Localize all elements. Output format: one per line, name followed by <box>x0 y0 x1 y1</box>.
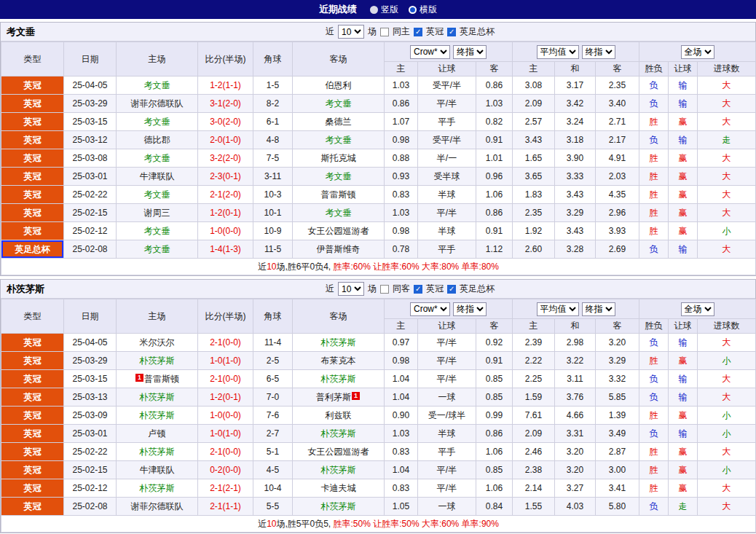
sub-col-handicap-result: 让球 <box>669 319 698 334</box>
away-team-link[interactable]: 朴茨茅斯 <box>321 428 356 439</box>
home-team-link[interactable]: 卢顿 <box>149 428 166 439</box>
score-cell: 1-0(0-0) <box>198 222 253 240</box>
europe-final-select[interactable]: 终指 <box>582 45 615 59</box>
date-cell: 25-04-05 <box>64 76 117 95</box>
away-team-link[interactable]: 朴茨茅斯 <box>321 465 356 475</box>
results-table: 类型 日期 主场 比分(半场) 角球 客场 Crow* 终指 <box>1 42 756 275</box>
same-venue-label: 同主 <box>393 25 410 38</box>
asian-final-select[interactable]: 终指 <box>453 45 487 59</box>
home-team-link[interactable]: 米尔沃尔 <box>140 337 175 348</box>
result-cell: 胜 <box>639 461 669 479</box>
sub-col-europe-home: 主 <box>513 319 555 334</box>
home-team-link[interactable]: 考文垂 <box>144 244 170 254</box>
radio-selected-icon <box>409 6 417 14</box>
home-team-link[interactable]: 德比郡 <box>144 135 170 145</box>
fulltime-select[interactable]: 全场 <box>681 45 714 59</box>
home-team-link[interactable]: 牛津联队 <box>140 465 175 475</box>
odds-company-select[interactable]: Crow* <box>410 302 450 316</box>
goals-result-cell: 大 <box>698 388 756 407</box>
away-team-cell: 考文垂 <box>293 204 385 222</box>
away-team-link[interactable]: 朴茨茅斯 <box>321 337 356 348</box>
away-team-link[interactable]: 考文垂 <box>326 135 352 145</box>
home-team-link[interactable]: 朴茨茅斯 <box>140 410 175 420</box>
team-results-section: 考文垂 近 10 场 同主 英冠 英足总杯 <box>0 22 756 276</box>
same-venue-checkbox[interactable] <box>380 28 389 36</box>
away-team-link[interactable]: 伊普斯维奇 <box>317 244 361 254</box>
corner-cell: 7-5 <box>253 149 293 168</box>
summary-segment: 场,胜5平0负5, <box>276 519 333 529</box>
odds-cell: 平/半 <box>418 370 476 388</box>
home-team-link[interactable]: 朴茨茅斯 <box>140 392 175 402</box>
view-mode-radio[interactable]: 竖版 <box>370 4 398 16</box>
home-team-link[interactable]: 朴茨茅斯 <box>140 356 175 366</box>
home-team-link[interactable]: 朴茨茅斯 <box>140 483 175 493</box>
odds-cell: 7.61 <box>513 407 555 425</box>
corner-cell: 2-7 <box>253 425 293 443</box>
view-mode-radio[interactable]: 横版 <box>409 4 437 16</box>
league2-checkbox[interactable] <box>447 28 456 36</box>
home-team-link[interactable]: 谢周三 <box>144 208 170 218</box>
away-team-link[interactable]: 女王公园巡游者 <box>308 447 369 457</box>
result-cell: 胜 <box>639 149 669 168</box>
home-team-link[interactable]: 考文垂 <box>144 117 170 127</box>
rows-body: 英冠25-04-05米尔沃尔2-1(0-0)11-4朴茨茅斯0.97平/半0.9… <box>1 334 756 516</box>
odds-cell: 3.27 <box>555 479 596 498</box>
odds-cell: 平/半 <box>418 479 476 498</box>
away-team-link[interactable]: 朴茨茅斯 <box>321 374 356 384</box>
away-team-link[interactable]: 利兹联 <box>326 410 352 420</box>
games-label: 场 <box>368 25 377 38</box>
away-team-link[interactable]: 桑德兰 <box>326 117 352 127</box>
result-cell: 负 <box>639 388 669 407</box>
home-team-link[interactable]: 考文垂 <box>144 80 170 90</box>
same-venue-checkbox[interactable] <box>380 285 389 294</box>
league-cell: 英冠 <box>1 407 64 425</box>
home-team-link[interactable]: 牛津联队 <box>140 171 175 181</box>
average-odds-select[interactable]: 平均值 <box>537 302 579 316</box>
odds-cell: 2.98 <box>555 334 596 352</box>
odds-cell: 0.97 <box>385 334 418 352</box>
goals-result-cell: 大 <box>698 168 756 186</box>
europe-final-select[interactable]: 终指 <box>582 302 615 316</box>
fulltime-select[interactable]: 全场 <box>681 302 714 316</box>
match-count-select[interactable]: 10 <box>338 25 364 39</box>
odds-cell: 一球 <box>418 498 476 516</box>
home-team-link[interactable]: 谢菲尔德联队 <box>131 98 184 109</box>
away-team-link[interactable]: 普利茅斯 <box>316 392 351 402</box>
away-team-link[interactable]: 考文垂 <box>326 98 352 109</box>
league-cell: 英冠 <box>1 186 64 204</box>
home-team-link[interactable]: 普雷斯顿 <box>144 374 179 384</box>
away-team-link[interactable]: 布莱克本 <box>321 356 356 366</box>
result-cell: 胜 <box>639 113 669 131</box>
sub-col-europe-draw: 和 <box>555 62 596 76</box>
score-cell: 2-0(1-0) <box>198 131 253 149</box>
away-team-link[interactable]: 考文垂 <box>326 171 352 181</box>
away-team-link[interactable]: 考文垂 <box>326 208 352 218</box>
sub-col-europe-away: 客 <box>596 62 639 76</box>
away-team-link[interactable]: 朴茨茅斯 <box>321 501 356 511</box>
away-team-link[interactable]: 斯托克城 <box>321 153 356 163</box>
away-team-link[interactable]: 女王公园巡游者 <box>308 226 369 236</box>
home-team-link[interactable]: 考文垂 <box>144 189 170 200</box>
handicap-result-cell: 输 <box>669 76 698 95</box>
home-team-cell: 朴茨茅斯 <box>117 407 198 425</box>
away-team-cell: 女王公园巡游者 <box>293 222 385 240</box>
home-team-link[interactable]: 考文垂 <box>144 153 170 163</box>
league1-checkbox[interactable] <box>414 28 422 36</box>
score-cell: 3-0(2-0) <box>198 113 253 131</box>
away-team-link[interactable]: 卡迪夫城 <box>321 483 356 493</box>
table-row: 英冠25-03-01牛津联队2-3(0-1)3-11考文垂0.93受半球0.96… <box>1 168 756 186</box>
league1-checkbox[interactable] <box>414 285 422 294</box>
odds-cell: 2.09 <box>513 425 555 443</box>
away-team-link[interactable]: 普雷斯顿 <box>321 189 356 200</box>
away-team-link[interactable]: 伯恩利 <box>326 80 352 90</box>
corner-cell: 3-11 <box>253 168 293 186</box>
near-label: 近 <box>326 25 334 38</box>
odds-company-select[interactable]: Crow* <box>410 45 450 59</box>
league2-checkbox[interactable] <box>447 285 456 294</box>
home-team-link[interactable]: 朴茨茅斯 <box>140 447 175 457</box>
match-count-select[interactable]: 10 <box>338 282 364 296</box>
home-team-link[interactable]: 谢菲尔德联队 <box>131 501 184 511</box>
asian-final-select[interactable]: 终指 <box>453 302 487 316</box>
home-team-link[interactable]: 考文垂 <box>144 226 170 236</box>
average-odds-select[interactable]: 平均值 <box>537 45 579 59</box>
